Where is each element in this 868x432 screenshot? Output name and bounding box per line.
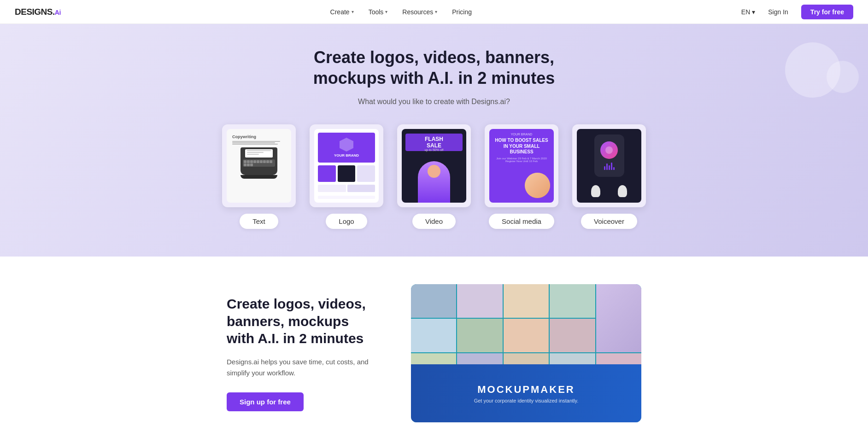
video-illustration: FLASHSALE up to 50% off: [402, 129, 466, 203]
hero-title: Create logos, videos, banners, mockups w…: [296, 47, 572, 88]
nav-create[interactable]: Create ▾: [324, 6, 360, 18]
nav-resources[interactable]: Resources ▾: [396, 6, 444, 18]
tool-card-logo[interactable]: YOUR BRAND Logo: [310, 124, 383, 229]
chevron-down-icon: ▾: [435, 9, 437, 14]
features-description: Designs.ai helps you save time, cut cost…: [227, 356, 374, 379]
tool-card-text[interactable]: Copywriting: [222, 124, 296, 229]
mockup-overlay-title: MOCKUPMAKER: [477, 384, 575, 396]
tool-card-image-voiceover: [572, 124, 646, 207]
logo-illustration: YOUR BRAND: [314, 129, 379, 203]
tool-card-image-video: FLASHSALE up to 50% off: [397, 124, 471, 207]
tool-card-video[interactable]: FLASHSALE up to 50% off Video: [397, 124, 471, 229]
try-for-free-button[interactable]: Try for free: [801, 5, 853, 19]
chevron-down-icon: ▾: [352, 9, 354, 14]
tool-card-voiceover[interactable]: Voiceover: [572, 124, 646, 229]
tool-label-logo: Logo: [326, 214, 367, 229]
logo[interactable]: DESIGNS.Ai: [15, 7, 61, 17]
features-title: Create logos, videos, banners, mockups w…: [227, 295, 374, 347]
mockup-overlay-subtitle: Get your corporate identity visualized i…: [474, 398, 579, 403]
chevron-down-icon: ▾: [385, 9, 387, 14]
voiceover-illustration: [577, 129, 641, 203]
chevron-down-icon: ▾: [752, 8, 755, 16]
tool-card-social[interactable]: YOUR BRAND HOW TO BOOST SALESIN YOUR SMA…: [485, 124, 558, 229]
logo-text: DESIGNS.Ai: [15, 7, 61, 17]
tool-cards: Copywriting: [9, 124, 859, 229]
typewriter-illustration: Copywriting: [227, 129, 291, 203]
nav-right: EN ▾ Sign In Try for free: [741, 5, 853, 19]
tool-label-text: Text: [240, 214, 278, 229]
tool-label-video: Video: [412, 214, 456, 229]
hero-section: Create logos, videos, banners, mockups w…: [0, 24, 868, 257]
tool-card-image-text: Copywriting: [222, 124, 296, 207]
sign-in-button[interactable]: Sign In: [762, 6, 794, 18]
features-text: Create logos, videos, banners, mockups w…: [227, 295, 374, 411]
social-illustration: YOUR BRAND HOW TO BOOST SALESIN YOUR SMA…: [489, 129, 554, 203]
nav-pricing[interactable]: Pricing: [446, 6, 478, 18]
hero-subtitle: What would you like to create with Desig…: [9, 98, 859, 106]
navbar: DESIGNS.Ai Create ▾ Tools ▾ Resources ▾ …: [0, 0, 868, 24]
language-selector[interactable]: EN ▾: [741, 8, 755, 16]
tool-label-voiceover: Voiceover: [581, 214, 637, 229]
nav-links: Create ▾ Tools ▾ Resources ▾ Pricing: [324, 6, 478, 18]
features-section: Create logos, videos, banners, mockups w…: [0, 257, 868, 432]
tool-card-image-social: YOUR BRAND HOW TO BOOST SALESIN YOUR SMA…: [485, 124, 558, 207]
mockup-showcase: MOCKUPMAKER Get your corporate identity …: [411, 284, 641, 422]
tool-card-image-logo: YOUR BRAND: [310, 124, 383, 207]
signup-button[interactable]: Sign up for free: [227, 392, 304, 411]
nav-tools[interactable]: Tools ▾: [362, 6, 394, 18]
tool-label-social: Social media: [489, 214, 554, 229]
